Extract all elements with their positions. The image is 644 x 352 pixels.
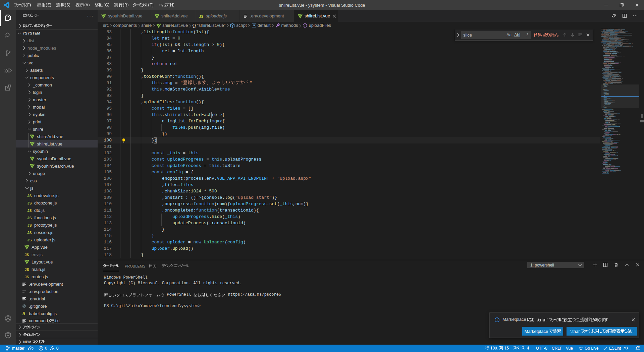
svg-text:JS: JS [28, 216, 32, 220]
svg-text:JS: JS [28, 223, 32, 227]
svg-text:B: B [22, 311, 25, 316]
svg-text:JS: JS [25, 275, 29, 279]
svg-text:JS: JS [28, 201, 32, 205]
svg-text:JS: JS [28, 238, 32, 242]
svg-text:JS: JS [25, 253, 29, 257]
svg-text:JS: JS [28, 231, 32, 235]
svg-text:JS: JS [25, 268, 29, 272]
svg-text:JS: JS [28, 194, 32, 198]
svg-text:JS: JS [28, 209, 32, 213]
svg-text:JS: JS [199, 14, 204, 18]
